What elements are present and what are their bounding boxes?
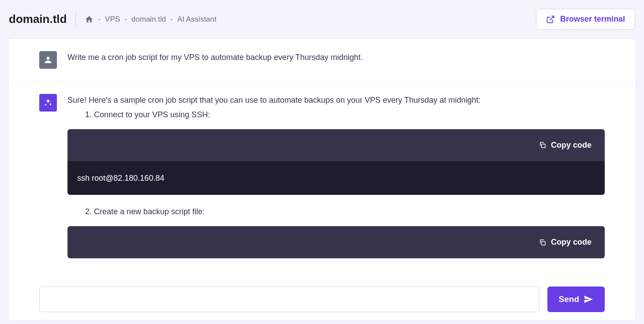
svg-line-0 [550, 16, 554, 20]
chat-card: Write me a cron job script for my VPS to… [8, 38, 636, 320]
page-header: domain.tld - VPS - domain.tld - AI Assis… [0, 0, 644, 37]
step-1: Connect to your VPS using SSH: [94, 108, 605, 121]
compose-input[interactable] [39, 287, 539, 312]
breadcrumb-sep: - [170, 15, 173, 24]
copy-icon [539, 238, 547, 246]
svg-rect-1 [542, 144, 545, 148]
send-label: Send [559, 294, 579, 304]
copy-icon [539, 141, 547, 149]
home-icon[interactable] [85, 15, 94, 24]
user-message: Write me a cron job script for my VPS to… [8, 39, 636, 82]
assistant-message: Sure! Here's a sample cron job script th… [8, 82, 636, 258]
user-message-text: Write me a cron job script for my VPS to… [67, 51, 605, 69]
ai-avatar [39, 94, 57, 112]
assistant-message-body: Sure! Here's a sample cron job script th… [67, 94, 605, 258]
person-icon [43, 55, 53, 65]
copy-code-button[interactable]: Copy code [539, 141, 592, 150]
sparkle-icon [43, 98, 53, 108]
user-message-content: Write me a cron job script for my VPS to… [67, 51, 605, 64]
open-external-icon [546, 15, 555, 24]
code-header: Copy code [67, 226, 605, 258]
copy-code-button[interactable]: Copy code [539, 238, 592, 247]
copy-code-label: Copy code [551, 238, 592, 247]
chat-scroll[interactable]: Write me a cron job script for my VPS to… [8, 39, 636, 258]
breadcrumb-sep: - [98, 15, 101, 24]
code-block-1: Copy code ssh root@82.180.160.84 [67, 129, 605, 195]
assistant-intro: Sure! Here's a sample cron job script th… [67, 94, 605, 107]
user-avatar [39, 51, 57, 69]
page-title: domain.tld [9, 12, 67, 26]
send-button[interactable]: Send [547, 287, 605, 312]
code-content-1: ssh root@82.180.160.84 [67, 161, 605, 195]
breadcrumb-vps[interactable]: VPS [105, 15, 120, 24]
send-icon [584, 294, 593, 304]
header-left: domain.tld - VPS - domain.tld - AI Assis… [9, 11, 217, 27]
breadcrumb-ai[interactable]: AI Assistant [177, 15, 217, 24]
compose-bar: Send [8, 258, 636, 320]
header-divider [75, 11, 76, 27]
copy-code-label: Copy code [551, 141, 592, 150]
code-header: Copy code [67, 129, 605, 161]
breadcrumb-sep: - [124, 15, 127, 24]
browser-terminal-label: Browser terminal [560, 15, 625, 24]
step-2: Create a new backup script file: [94, 205, 605, 218]
browser-terminal-button[interactable]: Browser terminal [536, 9, 635, 30]
breadcrumb: - VPS - domain.tld - AI Assistant [85, 15, 216, 24]
svg-rect-2 [542, 241, 545, 245]
breadcrumb-domain[interactable]: domain.tld [131, 15, 166, 24]
code-block-2: Copy code [67, 226, 605, 258]
